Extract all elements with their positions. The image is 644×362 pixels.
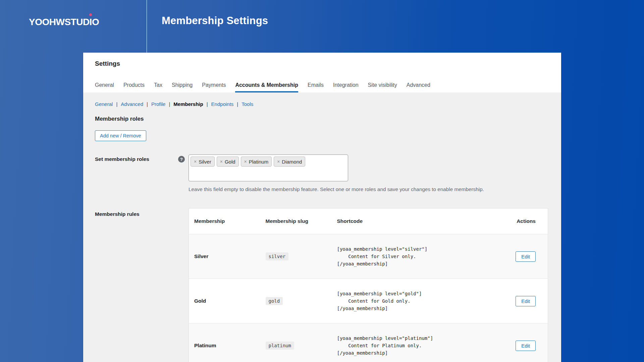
membership-rules-table: Membership Membership slug Shortcode Act… bbox=[189, 208, 548, 362]
tab-products[interactable]: Products bbox=[123, 82, 145, 93]
tab-integration[interactable]: Integration bbox=[333, 82, 359, 93]
role-tag-gold: × Gold bbox=[217, 157, 239, 167]
brand-logo: YOOHWSTUDIO bbox=[29, 17, 99, 27]
role-tag-label: Platinum bbox=[249, 159, 268, 165]
table-row-platinum: Platinum platinum [yoaa_membership level… bbox=[189, 323, 548, 362]
edit-button-platinum[interactable]: Edit bbox=[516, 341, 536, 351]
table-header-row: Membership Membership slug Shortcode Act… bbox=[189, 208, 548, 234]
tab-emails[interactable]: Emails bbox=[308, 82, 324, 93]
tag-remove-icon[interactable]: × bbox=[244, 159, 247, 164]
role-tag-platinum: × Platinum bbox=[241, 157, 272, 167]
page-title: Membership Settings bbox=[162, 15, 268, 27]
tag-remove-icon[interactable]: × bbox=[220, 159, 223, 164]
membership-rules-label: Membership rules bbox=[95, 211, 140, 217]
settings-card: Settings General Products Tax Shipping P… bbox=[83, 53, 561, 362]
subnav-separator: | bbox=[237, 101, 238, 107]
tab-general[interactable]: General bbox=[95, 82, 114, 93]
membership-name: Gold bbox=[189, 279, 260, 323]
membership-roles-heading: Membership roles bbox=[95, 116, 144, 122]
shortcode-text: [yoaa_membership level="silver"] Content… bbox=[337, 245, 475, 267]
tab-shipping[interactable]: Shipping bbox=[172, 82, 193, 93]
roles-multiselect-input[interactable]: × Silver × Gold × Platinum × Diamond bbox=[189, 155, 348, 181]
settings-card-header: Settings General Products Tax Shipping P… bbox=[83, 53, 561, 93]
membership-slug: gold bbox=[266, 297, 283, 305]
col-header-actions: Actions bbox=[480, 208, 548, 234]
subnav-link-endpoints[interactable]: Endpoints bbox=[211, 101, 234, 107]
subnav-link-general[interactable]: General bbox=[95, 101, 113, 107]
logo-letter-i-with-dot: I bbox=[90, 17, 92, 27]
table-row-gold: Gold gold [yoaa_membership level="gold"]… bbox=[189, 279, 548, 323]
roles-helper-text: Leave this field empty to disable the me… bbox=[189, 186, 484, 192]
set-membership-roles-label: Set membership roles bbox=[95, 156, 149, 162]
subnav-current-membership[interactable]: Membership bbox=[173, 101, 203, 107]
tab-payments[interactable]: Payments bbox=[202, 82, 226, 93]
logo-text-pre: YOOHWSTUD bbox=[29, 17, 90, 27]
header-divider-line bbox=[147, 0, 147, 53]
settings-tabs: General Products Tax Shipping Payments A… bbox=[95, 82, 430, 93]
help-tip-icon[interactable]: ? bbox=[178, 156, 185, 163]
settings-heading: Settings bbox=[95, 60, 120, 67]
col-header-membership: Membership bbox=[189, 208, 260, 234]
section-subnav: General | Advanced | Profile | Membershi… bbox=[95, 101, 253, 107]
role-tag-label: Diamond bbox=[282, 159, 302, 165]
tab-site-visibility[interactable]: Site visibility bbox=[368, 82, 397, 93]
col-header-shortcode: Shortcode bbox=[332, 208, 480, 234]
logo-text-post: O bbox=[92, 17, 99, 27]
role-tag-silver: × Silver bbox=[191, 157, 215, 167]
subnav-separator: | bbox=[147, 101, 148, 107]
tag-remove-icon[interactable]: × bbox=[194, 159, 197, 164]
membership-name: Silver bbox=[189, 234, 260, 279]
subnav-link-advanced[interactable]: Advanced bbox=[121, 101, 143, 107]
tab-advanced[interactable]: Advanced bbox=[407, 82, 430, 93]
role-tag-label: Gold bbox=[225, 159, 235, 165]
membership-slug: silver bbox=[266, 252, 289, 260]
membership-slug: platinum bbox=[266, 342, 294, 350]
edit-button-gold[interactable]: Edit bbox=[516, 296, 536, 306]
shortcode-text: [yoaa_membership level="platinum"] Conte… bbox=[337, 335, 475, 357]
subnav-link-profile[interactable]: Profile bbox=[151, 101, 166, 107]
subnav-separator: | bbox=[116, 101, 117, 107]
tab-accounts-membership[interactable]: Accounts & Membership bbox=[235, 82, 298, 93]
tag-remove-icon[interactable]: × bbox=[277, 159, 280, 164]
tab-tax[interactable]: Tax bbox=[154, 82, 162, 93]
shortcode-text: [yoaa_membership level="gold"] Content f… bbox=[337, 290, 475, 312]
role-tag-diamond: × Diamond bbox=[274, 157, 305, 167]
role-tag-label: Silver bbox=[199, 159, 211, 165]
add-new-remove-button[interactable]: Add new / Remove bbox=[95, 130, 146, 141]
subnav-separator: | bbox=[207, 101, 208, 107]
subnav-link-tools[interactable]: Tools bbox=[241, 101, 253, 107]
table-row-silver: Silver silver [yoaa_membership level="si… bbox=[189, 234, 548, 279]
membership-name: Platinum bbox=[189, 323, 260, 362]
subnav-separator: | bbox=[169, 101, 170, 107]
edit-button-silver[interactable]: Edit bbox=[516, 251, 536, 262]
col-header-membership-slug: Membership slug bbox=[260, 208, 332, 234]
